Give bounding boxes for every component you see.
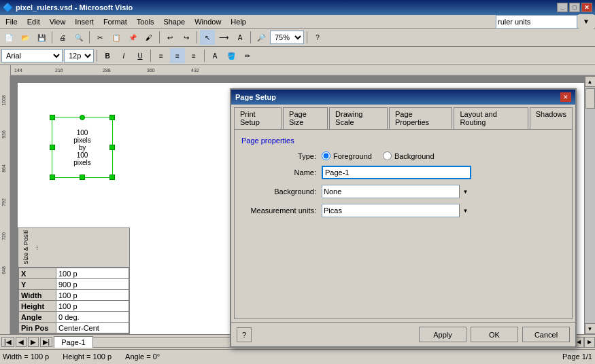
- dialog-title-text: Page Setup: [235, 93, 276, 101]
- type-background-option[interactable]: Background: [383, 151, 435, 160]
- sep9: [204, 50, 205, 62]
- text-button[interactable]: A: [233, 30, 248, 45]
- connector-button[interactable]: ⟶: [216, 30, 231, 45]
- maximize-button[interactable]: □: [569, 3, 580, 12]
- scroll-up-button[interactable]: ▲: [585, 76, 596, 87]
- svg-text:360: 360: [147, 68, 155, 73]
- page-tab-1[interactable]: Page-1: [54, 336, 92, 348]
- menu-edit[interactable]: Edit: [23, 16, 44, 27]
- svg-text:720: 720: [1, 232, 6, 240]
- menu-help[interactable]: Help: [226, 16, 250, 27]
- measurement-select[interactable]: Picas Inches Millimeters Centimeters Poi…: [322, 204, 471, 217]
- page-last-button[interactable]: ▶|: [40, 337, 53, 347]
- align-left-button[interactable]: ≡: [154, 48, 169, 63]
- size-table: X 100 p Y 900 p Width 100 p Height: [18, 268, 129, 333]
- tab-page-size[interactable]: Page Size: [283, 107, 328, 129]
- menu-tools[interactable]: Tools: [133, 16, 158, 27]
- value-angle[interactable]: 0 deg.: [56, 312, 129, 323]
- menu-file[interactable]: File: [1, 16, 22, 27]
- italic-button[interactable]: I: [116, 48, 131, 63]
- tab-print-setup[interactable]: Print Setup: [234, 107, 282, 129]
- page-first-button[interactable]: |◀: [1, 337, 14, 347]
- handle-tl[interactable]: [50, 115, 55, 120]
- cancel-button[interactable]: Cancel: [522, 327, 570, 342]
- zoom-out-button[interactable]: 🔎: [254, 30, 269, 45]
- handle-mr[interactable]: [109, 145, 115, 150]
- ruler-horizontal: 144 216 288 360 432: [11, 65, 595, 75]
- redo-button[interactable]: ↪: [179, 30, 194, 45]
- sep7: [97, 50, 97, 62]
- underline-button[interactable]: U: [133, 48, 148, 63]
- scroll-right-button[interactable]: ▶: [584, 337, 595, 348]
- cut-button[interactable]: ✂: [92, 30, 107, 45]
- tab-shadows[interactable]: Shadows: [530, 107, 573, 129]
- value-pinpos[interactable]: Center-Cent: [56, 323, 129, 333]
- type-foreground-option[interactable]: Foreground: [322, 151, 372, 160]
- size-row-width: Width 100 p: [19, 290, 129, 301]
- type-foreground-radio[interactable]: [322, 151, 330, 160]
- value-y[interactable]: 900 p: [56, 279, 129, 290]
- svg-text:144: 144: [14, 68, 22, 73]
- page-setup-dialog: Page Setup ✕ Print Setup Page Size Drawi…: [230, 88, 577, 348]
- value-x[interactable]: 100 p: [56, 268, 129, 279]
- menu-view[interactable]: View: [46, 16, 70, 27]
- type-background-radio[interactable]: [383, 151, 392, 160]
- new-button[interactable]: 📄: [1, 30, 16, 45]
- open-button[interactable]: 📂: [18, 30, 33, 45]
- tab-page-properties[interactable]: Page Properties: [389, 107, 452, 129]
- tab-drawing-scale[interactable]: Drawing Scale: [329, 107, 388, 129]
- handle-tr[interactable]: [109, 115, 115, 120]
- ok-button[interactable]: OK: [471, 327, 518, 342]
- help-button[interactable]: ?: [237, 327, 252, 342]
- print-button[interactable]: 🖨: [55, 30, 70, 45]
- name-input[interactable]: [322, 166, 471, 179]
- size-panel: Size & Positi ... X 100 p Y 900 p: [18, 228, 130, 334]
- handle-bl[interactable]: [50, 175, 55, 180]
- font-size-select[interactable]: 12pt.: [64, 49, 94, 62]
- undo-button[interactable]: ↩: [163, 30, 177, 45]
- tab-layout-routing[interactable]: Layout and Routing: [454, 107, 528, 129]
- preview-button[interactable]: 🔍: [71, 30, 86, 45]
- help-button[interactable]: ?: [310, 30, 325, 45]
- size-tab-label[interactable]: Size & Positi: [21, 229, 31, 266]
- value-height[interactable]: 100 p: [56, 301, 129, 312]
- pos-tab-label[interactable]: ...: [31, 244, 40, 252]
- ruler-corner: [0, 65, 11, 76]
- minimize-button[interactable]: _: [557, 3, 568, 12]
- search-button[interactable]: ▼: [579, 14, 594, 29]
- align-center-button[interactable]: ≡: [170, 48, 185, 63]
- font-color-button[interactable]: A: [207, 48, 222, 63]
- handle-bm[interactable]: [80, 175, 85, 180]
- sep6: [307, 31, 307, 43]
- menu-format[interactable]: Format: [99, 16, 131, 27]
- format-painter-button[interactable]: 🖌: [141, 30, 156, 45]
- scroll-down-button[interactable]: ▼: [585, 323, 596, 334]
- background-select[interactable]: None: [322, 185, 471, 198]
- search-box[interactable]: [496, 15, 577, 29]
- pointer-button[interactable]: ↖: [200, 30, 215, 45]
- save-button[interactable]: 💾: [34, 30, 49, 45]
- bold-button[interactable]: B: [100, 48, 115, 63]
- page-prev-button[interactable]: ◀: [16, 337, 27, 347]
- scrollbar-vertical[interactable]: ▲ ▼: [584, 76, 595, 334]
- apply-button[interactable]: Apply: [419, 327, 466, 342]
- copy-button[interactable]: 📋: [109, 30, 124, 45]
- page-next-button[interactable]: ▶: [28, 337, 39, 347]
- scroll-thumb[interactable]: [585, 88, 595, 109]
- dialog-close-button[interactable]: ✕: [560, 92, 571, 102]
- shape[interactable]: 100 pixelsby100 pixels: [52, 117, 113, 178]
- align-right-button[interactable]: ≡: [186, 48, 201, 63]
- handle-ml[interactable]: [50, 145, 55, 150]
- menu-insert[interactable]: Insert: [71, 16, 98, 27]
- zoom-select[interactable]: 75%: [270, 31, 304, 44]
- font-name-select[interactable]: Arial: [1, 49, 63, 62]
- paste-button[interactable]: 📌: [125, 30, 140, 45]
- handle-top[interactable]: [80, 115, 85, 120]
- fill-color-button[interactable]: 🪣: [224, 48, 239, 63]
- close-button[interactable]: ✕: [581, 3, 592, 12]
- menu-window[interactable]: Window: [190, 16, 225, 27]
- value-width[interactable]: 100 p: [56, 290, 129, 301]
- menu-shape[interactable]: Shape: [159, 16, 189, 27]
- line-color-button[interactable]: ✏: [240, 48, 255, 63]
- handle-br[interactable]: [109, 175, 115, 180]
